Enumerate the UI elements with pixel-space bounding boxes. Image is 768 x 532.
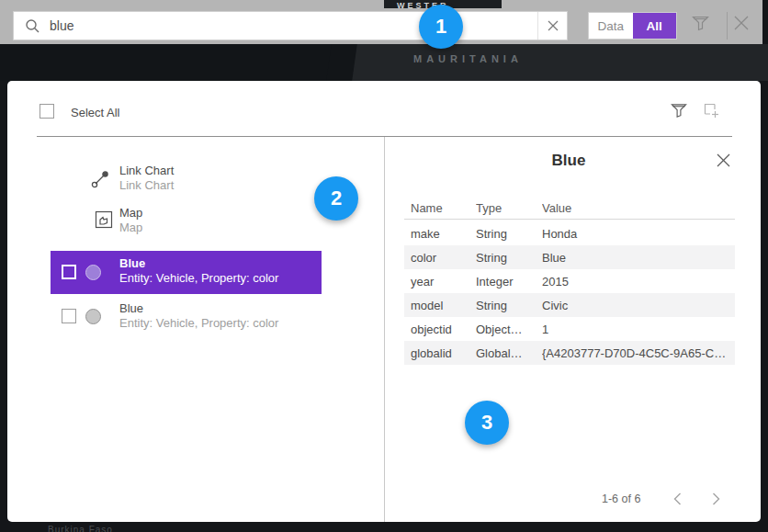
map-label-mauritania: MAURITANIA — [413, 53, 523, 64]
map-background: MAURITANIA — [0, 44, 768, 81]
add-to-selection-icon[interactable] — [704, 103, 719, 119]
map-ocean-area — [0, 44, 342, 81]
list-item-subtitle: Map — [119, 221, 142, 235]
cell-type: Global… — [476, 346, 542, 360]
list-item-subtitle: Entity: Vehicle, Property: color — [119, 316, 278, 331]
scope-all-button[interactable]: All — [633, 13, 677, 39]
results-filter-icon[interactable] — [671, 103, 687, 119]
detail-title: Blue — [384, 152, 753, 170]
clear-search-icon[interactable] — [537, 12, 567, 40]
cell-name: model — [404, 299, 476, 312]
cell-type: String — [476, 251, 542, 265]
table-row: objectid Object… 1 — [404, 317, 735, 341]
table-header-divider — [404, 219, 735, 220]
page-count: 1-6 of 6 — [602, 492, 640, 505]
link-chart-icon — [91, 169, 109, 188]
cell-type: Object… — [476, 323, 542, 336]
cell-value: Blue — [542, 251, 735, 265]
table-row: globalid Global… {A4203777-D70D-4C5C-9A6… — [404, 341, 735, 365]
close-search-icon[interactable] — [734, 16, 749, 30]
toolbar-divider — [727, 12, 728, 40]
list-item-title: Blue — [119, 301, 278, 316]
filter-icon[interactable] — [692, 16, 709, 31]
scope-data-button[interactable]: Data — [589, 13, 633, 39]
list-item-blue-selected[interactable]: Blue Entity: Vehicle, Property: color — [51, 251, 322, 294]
column-header-name: Name — [404, 201, 476, 215]
cell-type: String — [476, 299, 542, 312]
cell-name: make — [404, 227, 476, 241]
cell-value: Honda — [542, 227, 735, 241]
list-item-title: Link Chart — [119, 164, 174, 178]
callout-badge-1: 1 — [419, 5, 463, 49]
previous-page-icon[interactable] — [673, 492, 682, 505]
list-item-subtitle: Entity: Vehicle, Property: color — [119, 271, 278, 286]
map-icon — [95, 210, 113, 229]
cell-value: 2015 — [542, 275, 735, 289]
entity-node-icon — [85, 265, 101, 280]
list-item-title: Map — [119, 206, 142, 221]
search-scope-toggle: Data All — [588, 12, 677, 40]
table-row: model String Civic — [404, 293, 735, 317]
list-item-blue[interactable]: Blue Entity: Vehicle, Property: color — [7, 301, 384, 338]
attribute-table: Name Type Value make String Honda color … — [404, 197, 735, 365]
select-all-label: Select All — [71, 106, 119, 119]
cell-value: 1 — [542, 323, 735, 336]
column-header-value: Value — [542, 201, 735, 215]
table-row: color String Blue — [404, 245, 735, 269]
cell-name: year — [404, 275, 476, 289]
list-item-subtitle: Link Chart — [119, 178, 174, 193]
search-results-panel: Select All Link Chart Link Chart — [7, 81, 761, 522]
callout-badge-3: 3 — [465, 401, 509, 445]
detail-pane: Blue Name Type Value make String Honda c… — [384, 137, 761, 522]
column-header-type: Type — [476, 201, 542, 215]
search-box[interactable] — [13, 11, 568, 40]
cell-name: objectid — [404, 323, 476, 336]
cell-value: {A4203777-D70D-4C5C-9A65-C… — [542, 346, 735, 360]
table-header-row: Name Type Value — [404, 197, 735, 219]
cell-name: globalid — [404, 346, 476, 360]
cell-type: String — [476, 227, 542, 241]
search-icon — [25, 18, 40, 34]
map-label-bottom: Burkina Faso — [0, 522, 768, 532]
search-input[interactable] — [50, 12, 537, 40]
callout-badge-2: 2 — [314, 176, 358, 221]
cell-type: Integer — [476, 275, 542, 289]
search-toolbar: Data All — [0, 0, 762, 44]
cell-value: Civic — [542, 299, 735, 312]
cell-name: color — [404, 251, 476, 265]
item-checkbox[interactable] — [62, 309, 76, 323]
select-all-checkbox[interactable] — [40, 104, 54, 119]
list-item-title: Blue — [119, 256, 278, 271]
pagination: 1-6 of 6 — [384, 491, 753, 509]
entity-node-icon — [85, 309, 101, 324]
table-row: make String Honda — [404, 221, 735, 245]
table-row: year Integer 2015 — [404, 269, 735, 293]
item-checkbox[interactable] — [62, 265, 76, 279]
close-detail-icon[interactable] — [717, 153, 730, 167]
next-page-icon[interactable] — [712, 492, 720, 505]
